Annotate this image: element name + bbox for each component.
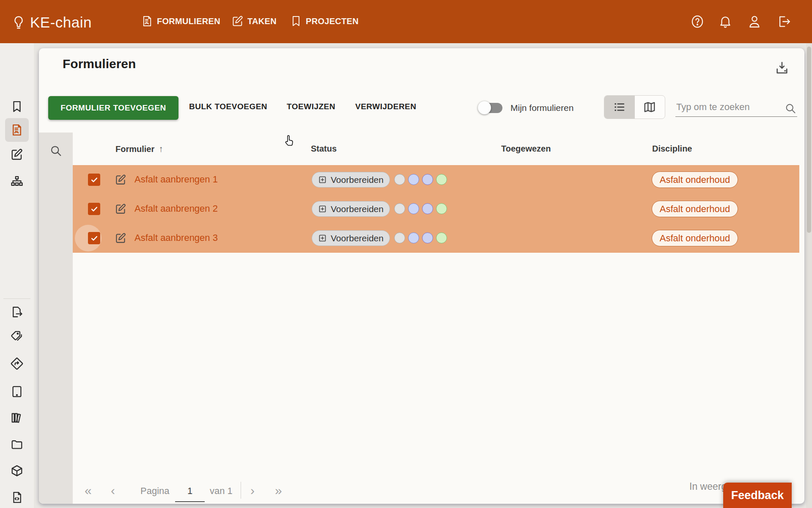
library-icon: [11, 411, 23, 424]
discipline-chip[interactable]: Asfalt onderhoud: [652, 201, 738, 217]
status-chip[interactable]: Voorbereiden: [312, 201, 390, 217]
code-file-icon: [11, 491, 23, 504]
sidebar-item-workflow[interactable]: [10, 174, 24, 189]
sort-asc-icon: ↑: [159, 144, 163, 154]
discipline-chip[interactable]: Asfalt onderhoud: [652, 230, 738, 246]
tablet-icon: [11, 385, 23, 398]
nav-taken[interactable]: TAKEN: [232, 15, 277, 27]
table-row[interactable]: Asfalt aanbrengen 1 Voorbereiden Asfalt …: [73, 165, 799, 194]
brand-name: KE-chain: [30, 14, 92, 31]
row-edit-icon[interactable]: [115, 203, 126, 215]
status-chip[interactable]: Voorbereiden: [312, 172, 390, 188]
status-step-dot[interactable]: [408, 232, 419, 243]
pagination-total: van 1: [210, 486, 233, 497]
page-title: Formulieren: [63, 57, 136, 71]
status-chip[interactable]: Voorbereiden: [312, 230, 390, 246]
file-export-icon: [11, 306, 23, 318]
nav-label: TAKEN: [247, 17, 277, 26]
bulk-add-button[interactable]: BULK TOEVOEGEN: [189, 102, 267, 111]
sidebar-item-code-file[interactable]: [10, 490, 24, 505]
logout-button[interactable]: [776, 14, 792, 29]
bookmark-icon: [290, 15, 302, 27]
column-header-discipline[interactable]: Discipline: [652, 144, 692, 154]
column-header-formulier[interactable]: Formulier↑: [115, 144, 163, 154]
help-button[interactable]: [690, 14, 705, 29]
form-link[interactable]: Asfalt aanbrengen 2: [134, 203, 218, 214]
status-step-dot[interactable]: [394, 203, 405, 214]
form-link[interactable]: Asfalt aanbrengen 1: [134, 174, 218, 185]
form-document-icon: [11, 124, 23, 136]
nav-projecten[interactable]: PROJECTEN: [290, 15, 359, 27]
plus-square-icon: [318, 175, 327, 184]
status-step-dot[interactable]: [408, 203, 419, 214]
form-document-icon: [141, 15, 153, 27]
brand-logo[interactable]: KE-chain: [11, 14, 92, 31]
map-view-icon: [643, 101, 656, 113]
nav-formulieren[interactable]: FORMULIEREN: [141, 15, 220, 27]
status-step-dot[interactable]: [436, 174, 447, 185]
table-row[interactable]: Asfalt aanbrengen 3 Voorbereiden Asfalt …: [73, 224, 799, 253]
next-page-button[interactable]: ›: [250, 483, 255, 499]
row-edit-icon[interactable]: [115, 232, 126, 244]
row-checkbox[interactable]: [88, 203, 100, 215]
sidebar-item-taken[interactable]: [10, 147, 24, 162]
list-view-icon: [613, 101, 626, 113]
account-button[interactable]: [747, 14, 762, 29]
status-step-dot[interactable]: [422, 174, 433, 185]
page-scrollbar-thumb[interactable]: [807, 47, 811, 233]
table-header-row: Formulier↑ Status Toegewezen Discipline: [39, 133, 804, 165]
feedback-button[interactable]: Feedback: [723, 483, 792, 508]
download-button[interactable]: [775, 61, 789, 75]
plus-square-icon: [318, 204, 327, 213]
row-checkbox[interactable]: [88, 174, 100, 186]
bookmark-icon: [11, 100, 23, 113]
status-step-dot[interactable]: [394, 174, 405, 185]
search-icon[interactable]: [785, 102, 796, 114]
row-checkbox[interactable]: [88, 232, 100, 244]
sidebar-item-tablet[interactable]: [10, 384, 24, 399]
logout-icon: [777, 14, 791, 29]
sidebar-item-formulieren[interactable]: [10, 123, 24, 137]
notifications-bell-icon: [718, 14, 732, 29]
first-page-button[interactable]: «: [85, 483, 92, 499]
cube-icon: [11, 464, 23, 477]
toggle-knob: [478, 101, 491, 114]
status-step-dot[interactable]: [394, 232, 405, 243]
column-header-status[interactable]: Status: [311, 144, 337, 154]
prev-page-button[interactable]: ‹: [111, 483, 115, 499]
status-label: Voorbereiden: [331, 175, 384, 185]
status-step-dot[interactable]: [436, 232, 447, 243]
row-edit-icon[interactable]: [115, 174, 126, 185]
form-link[interactable]: Asfalt aanbrengen 3: [134, 232, 218, 243]
status-step-dot[interactable]: [436, 203, 447, 214]
search-input[interactable]: [675, 100, 797, 117]
last-page-button[interactable]: »: [275, 483, 282, 499]
edit-square-icon: [11, 148, 23, 161]
sidebar-item-folder[interactable]: [10, 437, 24, 452]
sidebar-item-bookmarks[interactable]: [10, 99, 24, 114]
discipline-chip[interactable]: Asfalt onderhoud: [652, 171, 738, 188]
status-step-dot[interactable]: [408, 174, 419, 185]
page-number-input[interactable]: 1: [175, 486, 205, 502]
list-view-button[interactable]: [604, 96, 635, 119]
status-step-dot[interactable]: [422, 232, 433, 243]
assign-button[interactable]: TOEWIJZEN: [287, 102, 335, 111]
download-icon: [775, 61, 789, 75]
plus-square-icon: [318, 234, 327, 243]
sidebar-item-tags[interactable]: [10, 329, 24, 344]
sidebar-item-signpost[interactable]: [10, 356, 24, 371]
my-forms-toggle[interactable]: [479, 102, 503, 114]
my-forms-label: Mijn formulieren: [510, 103, 573, 113]
nav-label: PROJECTEN: [306, 17, 359, 26]
map-view-button[interactable]: [635, 96, 665, 119]
sidebar-item-file-export[interactable]: [10, 305, 24, 319]
view-toggle-group: [604, 95, 665, 119]
sidebar-item-cube[interactable]: [10, 464, 24, 478]
sidebar-item-library[interactable]: [10, 411, 24, 425]
add-form-button[interactable]: FORMULIER TOEVOEGEN: [48, 96, 178, 120]
delete-button[interactable]: VERWIJDEREN: [355, 102, 417, 111]
notifications-button[interactable]: [718, 14, 733, 29]
table-row[interactable]: Asfalt aanbrengen 2 Voorbereiden Asfalt …: [73, 194, 799, 224]
column-header-toegewezen[interactable]: Toegewezen: [501, 144, 551, 154]
status-step-dot[interactable]: [422, 203, 433, 214]
